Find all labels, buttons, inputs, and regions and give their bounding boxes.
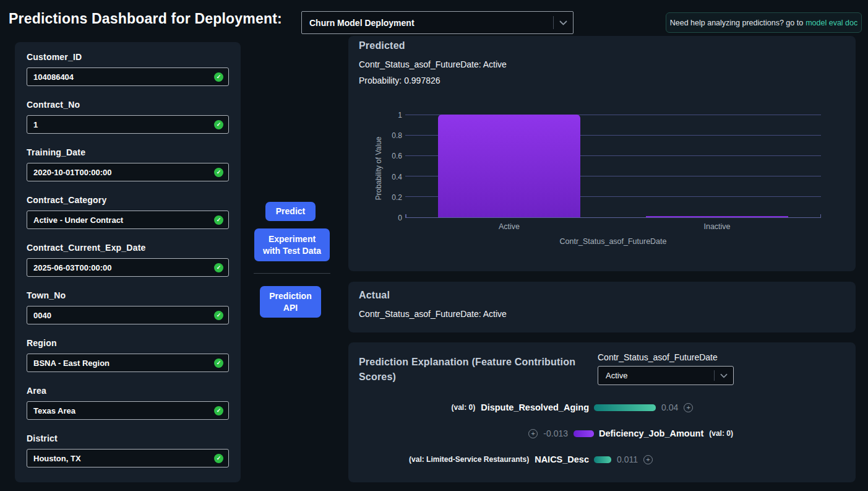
feature-contribution-bar [574,430,594,437]
feature-name: Dispute_Resolved_Aging [481,402,589,412]
experiment-with-test-data-button[interactable]: Experiment with Test Data [254,228,330,261]
x-axis-label: Contr_Status_asof_FutureDate [559,237,666,246]
form-field-Contract_Category: Contract_CategoryActive - Under Contract… [27,195,229,229]
model-eval-doc-link[interactable]: model eval doc [806,19,857,27]
y-tick-label: 0.2 [348,193,402,202]
feature-score: 0.04 [661,402,678,412]
check-icon: ✓ [214,454,223,463]
field-input-Training_Date[interactable]: 2020-10-01T00:00:00✓ [27,163,229,181]
feature-row-right: 0.04+ [594,402,856,412]
field-label: Contract_Current_Exp_Date [27,243,229,253]
help-text: Need help analyzing predictions? go to [670,19,803,27]
plus-circle-icon[interactable]: + [528,429,538,438]
feature-score: 0.011 [617,454,638,464]
form-field-Region: RegionBSNA - East Region✓ [27,338,229,372]
plus-circle-icon[interactable]: + [643,455,653,464]
input-form-panel: Customer_ID104086404✓Contract_No1✓Traini… [15,42,241,482]
form-field-Area: AreaTexas Area✓ [27,386,229,420]
deployment-select[interactable]: Churn Model Deployment [301,11,574,34]
check-icon: ✓ [214,358,223,368]
y-tick-label: 0.8 [348,131,402,140]
feature-row-right: Deficiency_Job_Amount(val: 0) [594,428,856,438]
feature-row-NAICS_Desc: (val: Limited-Service Restaurants)NAICS_… [348,453,856,466]
predicted-panel: Predicted Contr_Status_asof_FutureDate: … [348,36,856,271]
form-field-Customer_ID: Customer_ID104086404✓ [27,52,229,86]
predictions-dashboard: { "header": { "title": "Predictions Dash… [0,0,868,491]
check-icon: ✓ [214,263,223,272]
check-icon: ✓ [214,72,223,82]
field-value: BSNA - East Region [27,358,110,368]
feature-score: -0.013 [543,428,568,438]
page-title: Predictions Dashboard for Deployment: [9,11,282,27]
probability-bar-chart: Probability of Value Contr_Status_asof_F… [348,36,856,271]
field-label: Area [27,386,229,396]
feature-contribution-bar [594,404,656,411]
field-value: Active - Under Contract [27,215,123,225]
feature-value-label: (val: Limited-Service Restaurants) [409,455,529,464]
feature-name: Deficiency_Job_Amount [599,428,703,438]
actual-status-line: Contr_Status_asof_FutureDate: Active [359,309,507,319]
check-icon: ✓ [214,168,223,177]
feature-value-label: (val: 0) [451,403,475,412]
divider [553,16,554,29]
field-label: Contract_Category [27,195,229,205]
plot-area [405,115,821,218]
check-icon: ✓ [214,406,223,415]
prediction-explanation-panel: Prediction Explanation (Feature Contribu… [348,342,856,482]
y-tick-label: 0.6 [348,152,402,160]
actual-title: Actual [359,290,390,301]
y-tick-label: 0 [348,214,402,222]
field-value: 0040 [27,311,51,320]
feature-value-label: (val: 0) [709,429,733,438]
field-input-Town_No[interactable]: 0040✓ [27,306,229,324]
feature-row-left: (val: Limited-Service Restaurants)NAICS_… [348,454,594,464]
y-tick-label: 1 [348,111,402,119]
form-field-District: DistrictHouston, TX✓ [27,433,229,467]
field-label: Contract_No [27,100,229,110]
form-field-Contract_Current_Exp_Date: Contract_Current_Exp_Date2025-06-03T00:0… [27,243,229,277]
check-icon: ✓ [214,311,223,320]
chevron-down-icon [559,20,567,25]
field-label: Customer_ID [27,52,229,62]
field-value: 2020-10-01T00:00:00 [27,168,111,177]
check-icon: ✓ [214,120,223,129]
form-field-Town_No: Town_No0040✓ [27,290,229,324]
feature-row-left: (val: 0)Dispute_Resolved_Aging [348,402,594,412]
field-value: 1 [27,120,38,129]
form-field-Contract_No: Contract_No1✓ [27,100,229,134]
help-banner: Need help analyzing predictions? go to m… [666,12,862,33]
field-value: Texas Area [27,406,75,415]
field-value: 2025-06-03T00:00:00 [27,263,111,272]
y-tick-label: 0.4 [348,173,402,181]
field-input-Contract_No[interactable]: 1✓ [27,115,229,134]
field-input-Customer_ID[interactable]: 104086404✓ [27,67,229,86]
bar-Inactive[interactable] [646,216,788,217]
feature-name: NAICS_Desc [535,454,589,464]
field-input-Area[interactable]: Texas Area✓ [27,401,229,420]
predict-button[interactable]: Predict [265,202,316,221]
field-value: 104086404 [27,72,74,82]
field-label: District [27,433,229,443]
x-tick-label: Inactive [703,222,730,231]
check-icon: ✓ [214,215,223,225]
form-field-Training_Date: Training_Date2020-10-01T00:00:00✓ [27,147,229,181]
feature-contribution-bar [594,456,611,463]
deployment-select-value: Churn Model Deployment [302,18,553,28]
actual-panel: Actual Contr_Status_asof_FutureDate: Act… [348,282,856,332]
field-input-District[interactable]: Houston, TX✓ [27,449,229,467]
prediction-api-button[interactable]: Prediction API [260,286,321,318]
y-axis-label: Probability of Value [374,137,383,201]
bar-Active[interactable] [438,115,580,217]
field-input-Contract_Category[interactable]: Active - Under Contract✓ [27,211,229,229]
field-value: Houston, TX [27,454,81,463]
field-input-Contract_Current_Exp_Date[interactable]: 2025-06-03T00:00:00✓ [27,258,229,277]
field-input-Region[interactable]: BSNA - East Region✓ [27,354,229,372]
field-label: Training_Date [27,147,229,157]
field-label: Town_No [27,290,229,300]
field-label: Region [27,338,229,348]
feature-row-right: 0.011+ [594,454,856,464]
divider [254,273,330,274]
x-tick-label: Active [499,222,520,231]
plus-circle-icon[interactable]: + [684,403,693,412]
feature-row-left: +-0.013 [348,428,594,438]
